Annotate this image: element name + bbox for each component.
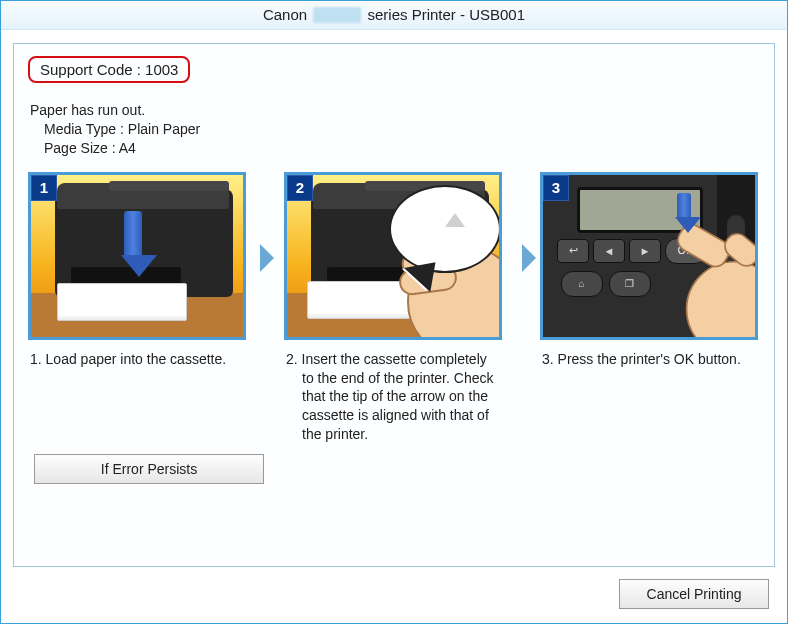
step-3-caption: 3. Press the printer's OK button. [540, 350, 760, 369]
error-headline: Paper has run out. [30, 101, 760, 120]
step-1-illustration: 1 [28, 172, 246, 340]
down-arrow-icon [121, 211, 145, 277]
step-arrow-icon [522, 244, 536, 272]
step-2-caption: 2. Insert the cassette completely to the… [284, 350, 504, 444]
support-code-label: Support Code : [40, 61, 145, 78]
cancel-printing-button[interactable]: Cancel Printing [619, 579, 769, 609]
step-arrow-icon [260, 244, 274, 272]
printer-doc-button-icon: ❐ [609, 271, 651, 297]
step-3: ↩ ◄ ► OK ⌂ ❐ 3 [540, 172, 760, 369]
content-panel: Support Code : 1003 Paper has run out. M… [13, 43, 775, 567]
printer-home-button-icon: ⌂ [561, 271, 603, 297]
title-prefix: Canon [263, 6, 307, 23]
step-3-illustration: ↩ ◄ ► OK ⌂ ❐ 3 [540, 172, 758, 340]
title-model-redacted [313, 7, 361, 23]
step-3-badge: 3 [543, 175, 569, 201]
error-message: Paper has run out. Media Type : Plain Pa… [30, 101, 760, 158]
printer-right-button-icon: ► [629, 239, 661, 263]
down-arrow-icon [675, 193, 693, 233]
dialog-window: Canon series Printer - USB001 Support Co… [0, 0, 788, 624]
titlebar: Canon series Printer - USB001 [1, 1, 787, 30]
support-code-value: 1003 [145, 61, 178, 78]
error-persists-row: If Error Persists [28, 450, 760, 484]
step-1: 1 1. Load paper into the cassette. [28, 172, 248, 369]
printer-back-button-icon: ↩ [557, 239, 589, 263]
hand-icon [667, 242, 758, 340]
title-suffix: series Printer - USB001 [367, 6, 525, 23]
step-2-badge: 2 [287, 175, 313, 201]
if-error-persists-button[interactable]: If Error Persists [34, 454, 264, 484]
dialog-action-bar: Cancel Printing [619, 579, 769, 609]
step-2: 2 2. Insert the cassette completely to t… [284, 172, 504, 444]
support-code-box: Support Code : 1003 [28, 56, 190, 83]
step-1-badge: 1 [31, 175, 57, 201]
error-media-type: Media Type : Plain Paper [44, 120, 760, 139]
error-page-size: Page Size : A4 [44, 139, 760, 158]
step-1-caption: 1. Load paper into the cassette. [28, 350, 248, 369]
steps-row: 1 1. Load paper into the cassette. [28, 172, 760, 444]
printer-left-button-icon: ◄ [593, 239, 625, 263]
step-2-illustration: 2 [284, 172, 502, 340]
